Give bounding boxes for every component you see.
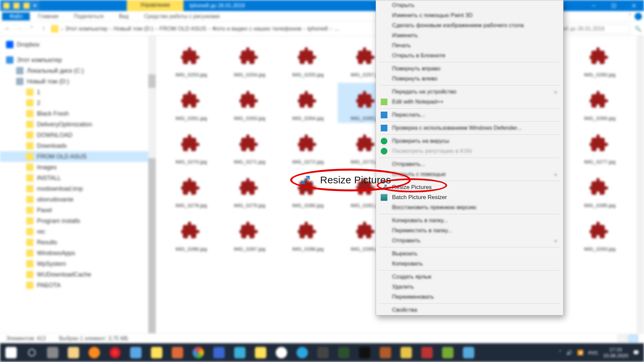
file-thumb[interactable]: IMG_0269.jpg bbox=[571, 83, 628, 123]
taskbar-app[interactable] bbox=[417, 345, 437, 361]
sidebar-item-disk-d[interactable]: Новый том (D:) bbox=[0, 76, 156, 87]
context-menu-item[interactable]: Открыть с помощью＞ bbox=[376, 169, 563, 179]
file-thumb[interactable]: IMG_0253.jpg bbox=[163, 39, 220, 79]
taskbar-app[interactable] bbox=[376, 345, 395, 361]
context-menu-item[interactable]: Повернуть вправо bbox=[376, 64, 563, 74]
sidebar-item-disk-c[interactable]: Локальный диск (C:) bbox=[0, 65, 156, 76]
file-thumb[interactable]: IMG_0279.jpg bbox=[221, 170, 278, 210]
file-thumb[interactable]: IMG_0272.jpg bbox=[279, 126, 336, 167]
start-button[interactable] bbox=[1, 345, 21, 361]
file-thumb[interactable]: IMG_0254.jpg bbox=[221, 39, 278, 79]
context-menu-item[interactable]: Открыть в Блокноте bbox=[376, 51, 563, 61]
taskbar-app[interactable] bbox=[313, 345, 333, 361]
file-thumb[interactable]: IMG_0264.jpg bbox=[279, 83, 336, 123]
file-thumb[interactable]: IMG_0270.jpg bbox=[163, 126, 220, 167]
sidebar-item-pc[interactable]: Этот компьютер bbox=[0, 55, 156, 65]
sidebar-item-folder[interactable]: РАБОТА bbox=[0, 280, 156, 291]
context-menu-item[interactable]: Изменить с помощью Paint 3D bbox=[376, 10, 563, 20]
context-menu-item[interactable]: Переслать... bbox=[376, 110, 563, 120]
context-menu-item[interactable]: Edit with Notepad++ bbox=[376, 97, 563, 107]
tray-lang[interactable]: РУС bbox=[588, 350, 598, 356]
sidebar-item-folder[interactable]: Downloads bbox=[0, 140, 156, 151]
search-button[interactable] bbox=[22, 345, 42, 361]
taskbar-app[interactable] bbox=[292, 345, 312, 361]
taskbar-app[interactable] bbox=[355, 345, 374, 361]
taskbar-app[interactable] bbox=[105, 345, 125, 361]
file-thumb[interactable]: IMG_0255.jpg bbox=[279, 39, 336, 79]
ribbon-expand-icon[interactable]: ˅ bbox=[629, 13, 631, 19]
sidebar-item-folder[interactable]: FROM OLD ASUS bbox=[0, 151, 156, 162]
sidebar-item-folder[interactable]: Images bbox=[0, 162, 156, 173]
tray-notifications-icon[interactable]: 💬 bbox=[633, 350, 639, 356]
taskbar-app[interactable] bbox=[251, 345, 270, 361]
context-menu-item[interactable]: Переместить в папку... bbox=[376, 226, 563, 236]
sidebar-item-folder[interactable]: WUDownloadCache bbox=[0, 269, 156, 280]
taskbar-app[interactable] bbox=[126, 345, 146, 361]
file-thumb[interactable]: IMG_0287.jpg bbox=[221, 214, 278, 254]
tray-icon[interactable]: 🔊 bbox=[566, 350, 573, 356]
context-menu-item[interactable]: Создать ярлык bbox=[376, 272, 563, 282]
back-button[interactable]: ← bbox=[3, 25, 12, 32]
maximize-button[interactable] bbox=[604, 0, 624, 11]
scrollbar-thumb[interactable] bbox=[148, 158, 156, 333]
up-button[interactable]: ↑ bbox=[39, 25, 48, 32]
sidebar-item-folder[interactable]: DOWNLOAD bbox=[0, 130, 156, 140]
taskbar-app[interactable] bbox=[147, 345, 166, 361]
sidebar-item-dropbox[interactable]: Dropbox bbox=[0, 39, 156, 50]
sidebar-item-folder[interactable]: Pavel bbox=[0, 205, 156, 216]
ribbon-tab-view[interactable]: Вид bbox=[112, 12, 136, 20]
context-menu-item[interactable]: Изменить bbox=[376, 31, 563, 41]
sidebar-item-folder[interactable]: modownload.tmp bbox=[0, 183, 156, 194]
sidebar-item-folder[interactable]: WpSystem bbox=[0, 258, 156, 269]
ribbon-file[interactable]: Файл bbox=[2, 12, 30, 20]
taskbar-app[interactable] bbox=[438, 345, 458, 361]
context-menu-item[interactable]: Повернуть влево bbox=[376, 74, 563, 84]
file-thumb[interactable]: IMG_0278.jpg bbox=[163, 170, 220, 210]
file-thumb[interactable]: IMG_0280.jpg bbox=[279, 170, 336, 210]
ribbon-tab-home[interactable]: Главная bbox=[31, 12, 66, 20]
taskbar-app[interactable] bbox=[272, 345, 291, 361]
view-thumbs-button[interactable] bbox=[629, 335, 638, 342]
context-menu-item[interactable]: Отправить... bbox=[376, 159, 563, 169]
sidebar-item-folder[interactable]: oborudovanie bbox=[0, 194, 156, 205]
file-thumb[interactable]: IMG_0293.jpg bbox=[571, 214, 628, 254]
tray-chevron-icon[interactable]: ˄ bbox=[559, 350, 561, 356]
context-menu-item[interactable]: Посмотреть репутацию в KSN bbox=[376, 146, 563, 156]
close-button[interactable] bbox=[624, 0, 644, 11]
ribbon-tab-share[interactable]: Поделиться bbox=[66, 12, 111, 20]
sidebar-item-folder[interactable]: Program installs bbox=[0, 216, 156, 226]
taskbar-app[interactable] bbox=[396, 345, 416, 361]
taskbar-app[interactable] bbox=[64, 345, 83, 361]
view-details-button[interactable] bbox=[618, 335, 627, 342]
taskbar-app[interactable] bbox=[189, 345, 208, 361]
context-menu-item[interactable]: Проверить на вирусы bbox=[376, 136, 563, 146]
file-thumb[interactable]: IMG_0277.jpg bbox=[571, 126, 628, 167]
context-menu-item[interactable]: Resize Pictures bbox=[376, 182, 563, 192]
file-thumb[interactable]: IMG_0288.jpg bbox=[279, 214, 336, 254]
sidebar-item-folder[interactable]: Black Fresh bbox=[0, 108, 156, 119]
file-thumb[interactable]: IMG_0271.jpg bbox=[221, 126, 278, 167]
help-icon[interactable] bbox=[635, 13, 642, 20]
context-menu-item[interactable]: Отправить＞ bbox=[376, 236, 563, 246]
taskview-button[interactable] bbox=[43, 345, 62, 361]
ribbon-tab-picturetools[interactable]: Средства работы с рисунками bbox=[137, 12, 227, 20]
forward-button[interactable]: → bbox=[15, 25, 24, 32]
minimize-button[interactable] bbox=[584, 0, 604, 11]
taskbar-app[interactable] bbox=[85, 345, 104, 361]
tray-icon[interactable]: 📶 bbox=[577, 350, 584, 356]
sidebar-item-folder[interactable]: WindowsApps bbox=[0, 248, 156, 258]
sidebar-item-folder[interactable]: 1 bbox=[0, 87, 156, 98]
recent-button[interactable]: ˅ bbox=[27, 25, 36, 33]
search-icon[interactable]: 🔍 bbox=[635, 25, 641, 32]
file-thumb[interactable]: IMG_0263.jpg bbox=[221, 83, 278, 123]
context-menu-item[interactable]: Удалить bbox=[376, 282, 563, 292]
file-thumb[interactable]: IMG_0261.jpg bbox=[163, 83, 220, 123]
context-menu-item[interactable]: Переименовать bbox=[376, 292, 563, 302]
taskbar-app[interactable] bbox=[209, 345, 229, 361]
context-menu-item[interactable]: Проверка с использованием Windows Defend… bbox=[376, 123, 563, 133]
scrollbar[interactable] bbox=[637, 36, 644, 333]
sidebar-item-folder[interactable]: Results bbox=[0, 237, 156, 248]
breadcrumb[interactable]: ›Этот компьютер ›Новый том (D:) ›FROM OL… bbox=[61, 25, 339, 32]
context-menu-item[interactable]: Свойства bbox=[376, 305, 563, 315]
taskbar-app[interactable] bbox=[334, 345, 354, 361]
